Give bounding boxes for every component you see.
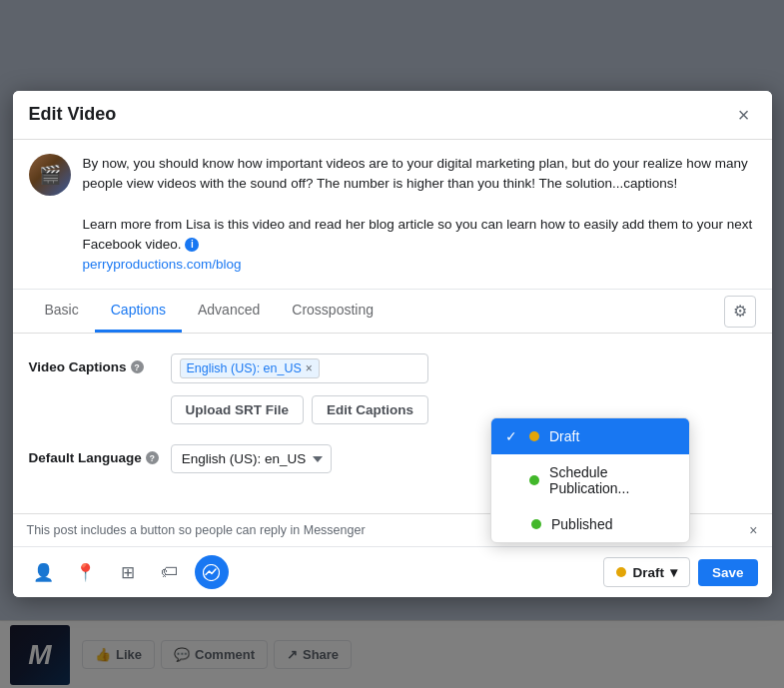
modal-overlay: Edit Video × 🎬 By now, you should know h…: [0, 0, 784, 688]
modal-header: Edit Video ×: [13, 91, 772, 140]
grid-icon[interactable]: ⊞: [111, 555, 145, 589]
close-button[interactable]: ×: [732, 103, 756, 127]
default-language-help-icon[interactable]: ?: [146, 451, 159, 464]
action-bar: 👤 📍 ⊞ 🏷 ✓: [13, 547, 772, 597]
tabs-list: Basic Captions Advanced Crossposting: [29, 290, 724, 333]
publish-btn-dot: [616, 567, 626, 577]
tab-basic[interactable]: Basic: [29, 290, 95, 333]
publish-dropdown-wrapper: ✓ Draft Schedule Publication...: [603, 557, 690, 587]
messenger-icon[interactable]: [195, 555, 229, 589]
video-captions-label: Video Captions ?: [29, 353, 159, 374]
edit-video-modal: Edit Video × 🎬 By now, you should know h…: [13, 91, 772, 598]
notice-close-button[interactable]: ×: [749, 522, 757, 538]
check-icon: ✓: [505, 428, 517, 444]
post-text-line1: By now, you should know how important vi…: [83, 154, 756, 195]
chevron-down-icon: ▾: [670, 564, 677, 580]
tab-crossposting[interactable]: Crossposting: [276, 290, 390, 333]
video-captions-row: Video Captions ? English (US): en_US × U…: [29, 353, 756, 424]
default-language-select[interactable]: English (US): en_US: [171, 444, 332, 473]
modal-title: Edit Video: [29, 104, 117, 125]
publish-button[interactable]: Draft ▾: [603, 557, 690, 587]
video-captions-help-icon[interactable]: ?: [131, 360, 144, 373]
schedule-status-dot: [529, 475, 539, 485]
post-link[interactable]: perryproductions.com/blog: [83, 257, 242, 272]
upload-srt-button[interactable]: Upload SRT File: [171, 395, 305, 424]
avatar-image: 🎬: [29, 154, 71, 196]
gear-icon: ⚙: [733, 302, 747, 321]
caption-tag: English (US): en_US ×: [180, 358, 320, 378]
tab-advanced[interactable]: Advanced: [182, 290, 276, 333]
publish-menu-item-schedule[interactable]: Schedule Publication...: [491, 454, 689, 506]
post-text-line2: Learn more from Lisa is this video and r…: [83, 215, 756, 256]
publish-menu: ✓ Draft Schedule Publication...: [490, 417, 690, 543]
save-button[interactable]: Save: [698, 559, 758, 586]
default-language-label: Default Language ?: [29, 444, 159, 465]
edit-captions-button[interactable]: Edit Captions: [312, 395, 428, 424]
post-preview: 🎬 By now, you should know how important …: [13, 140, 772, 291]
published-status-dot: [531, 519, 541, 529]
tag-icon[interactable]: 🏷: [153, 555, 187, 589]
info-icon[interactable]: i: [185, 238, 199, 252]
person-icon[interactable]: 👤: [27, 555, 61, 589]
tabs-bar: Basic Captions Advanced Crossposting ⚙: [13, 290, 772, 334]
avatar: 🎬: [29, 154, 71, 196]
settings-button[interactable]: ⚙: [724, 296, 756, 328]
publish-menu-item-draft[interactable]: ✓ Draft: [491, 418, 689, 454]
post-text: By now, you should know how important vi…: [83, 154, 756, 276]
tab-captions[interactable]: Captions: [95, 290, 182, 333]
tag-close-icon[interactable]: ×: [306, 362, 313, 374]
draft-status-dot: [529, 431, 539, 441]
publish-menu-item-published[interactable]: Published: [491, 506, 689, 542]
captions-tag-input[interactable]: English (US): en_US ×: [171, 353, 429, 383]
location-icon[interactable]: 📍: [69, 555, 103, 589]
bottom-bar: This post includes a button so people ca…: [13, 513, 772, 597]
captions-buttons: Upload SRT File Edit Captions: [171, 395, 429, 424]
